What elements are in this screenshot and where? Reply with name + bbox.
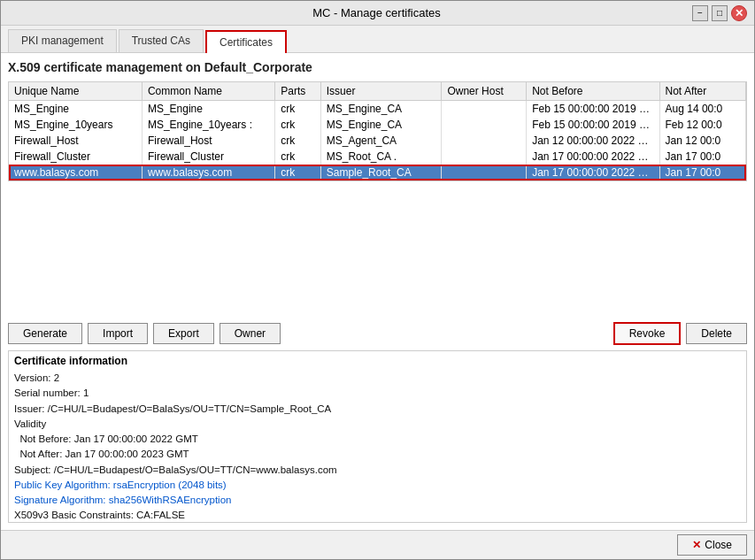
action-buttons: Generate Import Export Owner Revoke Dele…: [8, 317, 747, 350]
close-label: Close: [705, 539, 732, 551]
import-button[interactable]: Import: [88, 323, 148, 344]
tab-certificates[interactable]: Certificates: [205, 30, 287, 53]
main-window: MC - Manage certificates − □ ✕ PKI manag…: [0, 0, 755, 560]
col-unique-name: Unique Name: [9, 82, 142, 101]
close-window-button[interactable]: ✕: [731, 5, 747, 21]
close-button[interactable]: ✕ Close: [677, 534, 747, 556]
table-row[interactable]: Firewall_HostFirewall_HostcrkMS_Agent_CA…: [9, 133, 746, 149]
title-bar-controls: − □ ✕: [692, 5, 747, 21]
generate-button[interactable]: Generate: [8, 323, 82, 344]
col-not-before: Not Before: [527, 82, 659, 101]
cert-info-section: Certificate information Version: 2Serial…: [8, 350, 747, 523]
revoke-button[interactable]: Revoke: [613, 322, 682, 345]
col-common-name: Common Name: [142, 82, 274, 101]
export-button[interactable]: Export: [153, 323, 214, 344]
minimize-button[interactable]: −: [692, 5, 708, 21]
footer: ✕ Close: [1, 530, 754, 559]
certificates-table: Unique Name Common Name Parts Issuer Own…: [9, 82, 746, 180]
tab-bar: PKI management Trusted CAs Certificates: [1, 26, 754, 53]
table-row[interactable]: www.balasys.comwww.balasys.comcrkSample_…: [9, 165, 746, 180]
col-issuer: Issuer: [320, 82, 442, 101]
cert-info-text: Version: 2Serial number: 1Issuer: /C=HU/…: [14, 371, 741, 523]
tab-pki[interactable]: PKI management: [8, 29, 117, 52]
col-owner-host: Owner Host: [442, 82, 527, 101]
delete-button[interactable]: Delete: [686, 323, 747, 344]
cert-info-title: Certificate information: [14, 355, 741, 367]
maximize-button[interactable]: □: [712, 5, 728, 21]
col-not-after: Not After: [659, 82, 745, 101]
col-parts: Parts: [275, 82, 320, 101]
title-bar: MC - Manage certificates − □ ✕: [1, 1, 754, 26]
window-title: MC - Manage certificates: [61, 6, 692, 19]
table-row[interactable]: MS_Engine_10yearsMS_Engine_10years :crkM…: [9, 117, 746, 133]
table-row[interactable]: Firewall_ClusterFirewall_ClustercrkMS_Ro…: [9, 149, 746, 165]
tab-trusted-cas[interactable]: Trusted CAs: [119, 29, 204, 52]
owner-button[interactable]: Owner: [220, 323, 281, 344]
page-title: X.509 certificate management on Default_…: [8, 60, 747, 74]
main-content: X.509 certificate management on Default_…: [1, 53, 754, 530]
close-x-icon: ✕: [692, 539, 701, 551]
table-row[interactable]: MS_EngineMS_EnginecrkMS_Engine_CAFeb 15 …: [9, 101, 746, 118]
certificates-table-container: Unique Name Common Name Parts Issuer Own…: [8, 81, 747, 181]
